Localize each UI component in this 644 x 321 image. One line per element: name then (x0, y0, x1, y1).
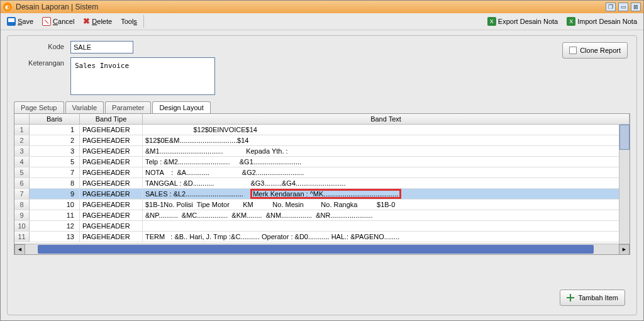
tools-menu[interactable]: Tools (118, 16, 140, 26)
row-header[interactable]: 5 (14, 167, 30, 177)
restore-button[interactable]: ❐ (606, 3, 616, 11)
tab-variable[interactable]: Variable (65, 101, 104, 113)
table-row[interactable]: 22PAGEHEADER$12$0E&M....................… (14, 135, 630, 146)
row-header[interactable]: 9 (14, 210, 30, 220)
plus-icon (567, 294, 574, 301)
tab-parameter[interactable]: Parameter (105, 101, 151, 113)
delete-button[interactable]: ✖Delete (80, 16, 114, 27)
cell-tipe[interactable]: PAGEHEADER (80, 200, 143, 210)
cell-baris[interactable]: 12 (30, 221, 80, 231)
table-row[interactable]: 1113PAGEHEADERTERM : &B.. Hari, J. Tmp :… (14, 232, 630, 242)
row-header[interactable]: 8 (14, 200, 30, 210)
scroll-thumb[interactable] (619, 125, 630, 150)
table-row[interactable]: 45PAGEHEADERTelp : &M2..................… (14, 157, 630, 167)
cell-baris[interactable]: 8 (30, 178, 80, 188)
table-row[interactable]: 57PAGEHEADERNOTA : &A............ &G2...… (14, 167, 630, 178)
cell-tipe[interactable]: PAGEHEADER (80, 146, 143, 156)
table-row[interactable]: 11PAGEHEADER $12$0EINVOICE$14 (14, 125, 630, 135)
titlebar: ◐ Desain Laporan | Sistem ❐ ▭ ⊠ (1, 1, 643, 13)
cell-baris[interactable]: 7 (30, 167, 80, 177)
cell-baris[interactable]: 1 (30, 125, 80, 135)
cell-text[interactable]: &NP.......... &MC................ &KM...… (143, 210, 630, 220)
save-button[interactable]: SSaveave (4, 16, 36, 27)
col-header-tipe[interactable]: Band Tipe (80, 114, 143, 124)
vertical-scrollbar[interactable] (619, 125, 630, 244)
cell-tipe[interactable]: PAGEHEADER (80, 125, 143, 135)
delete-icon: ✖ (83, 17, 90, 26)
cell-tipe[interactable]: PAGEHEADER (80, 167, 143, 177)
cell-tipe[interactable]: PAGEHEADER (80, 232, 143, 242)
import-button[interactable]: Import Desain Nota (564, 16, 640, 27)
table-row[interactable]: 33PAGEHEADER&M1.........................… (14, 146, 630, 157)
excel-import-icon (567, 17, 575, 26)
content-frame: Clone Report Kode Keterangan Page Setup … (7, 35, 637, 315)
cell-baris[interactable]: 9 (30, 189, 80, 199)
row-header[interactable]: 7 (14, 189, 30, 199)
save-icon (7, 17, 16, 26)
cell-baris[interactable]: 10 (30, 200, 80, 210)
cell-text[interactable]: SALES : &L2.............................… (143, 189, 630, 199)
cancel-button[interactable]: Cancel (40, 16, 77, 27)
table-row[interactable]: 1012PAGEHEADER (14, 221, 630, 232)
cell-text[interactable]: TANGGAL : &D........... &G3.........&G4.… (143, 178, 630, 188)
row-header[interactable]: 6 (14, 178, 30, 188)
cell-tipe[interactable]: PAGEHEADER (80, 178, 143, 188)
table-row[interactable]: 810PAGEHEADER$1B-1No. Polisi Tipe Motor … (14, 200, 630, 210)
row-header[interactable]: 3 (14, 146, 30, 156)
row-header[interactable]: 1 (14, 125, 30, 135)
cell-baris[interactable]: 13 (30, 232, 80, 242)
kode-label: Kode (14, 41, 64, 50)
cell-text[interactable]: TERM : &B.. Hari, J. Tmp :&C.......... O… (143, 232, 630, 242)
cell-text[interactable]: &M1................................. Kep… (143, 146, 630, 156)
cell-text[interactable]: $12$0E&M..............................$1… (143, 135, 630, 145)
tab-strip: Page Setup Variable Parameter Design Lay… (14, 101, 630, 113)
table-row[interactable]: 79PAGEHEADERSALES : &L2.................… (14, 189, 630, 200)
col-header-text[interactable]: Band Text (143, 114, 630, 124)
cell-text[interactable]: $1B-1No. Polisi Tipe Motor KM No. Mesin … (143, 200, 630, 210)
design-layout-grid: Baris Band Tipe Band Text 11PAGEHEADER $… (14, 113, 630, 255)
export-button[interactable]: Export Desain Nota (485, 16, 560, 27)
keterangan-input[interactable] (70, 57, 215, 95)
cell-baris[interactable]: 3 (30, 146, 80, 156)
col-header-baris[interactable]: Baris (30, 114, 80, 124)
scroll-left-arrow[interactable]: ◄ (14, 244, 25, 255)
cell-text[interactable]: $12$0EINVOICE$14 (143, 125, 630, 135)
cell-baris[interactable]: 5 (30, 157, 80, 167)
row-header[interactable]: 4 (14, 157, 30, 167)
row-header-corner (14, 114, 30, 124)
cell-text[interactable] (143, 221, 630, 231)
client-area: DESAIN LAPORAN Clone Report Kode Keteran… (1, 30, 643, 320)
kode-input[interactable] (70, 41, 133, 54)
cell-tipe[interactable]: PAGEHEADER (80, 210, 143, 220)
scroll-right-arrow[interactable]: ► (619, 244, 630, 255)
keterangan-label: Keterangan (14, 57, 64, 67)
cell-text[interactable]: NOTA : &A............ &G2...............… (143, 167, 630, 177)
grid-body[interactable]: 11PAGEHEADER $12$0EINVOICE$1422PAGEHEADE… (14, 125, 630, 244)
table-row[interactable]: 911PAGEHEADER&NP.......... &MC..........… (14, 210, 630, 221)
cancel-icon (42, 17, 51, 26)
cell-text[interactable]: Telp : &M2........................... &G… (143, 157, 630, 167)
close-button[interactable]: ⊠ (631, 3, 641, 11)
cell-tipe[interactable]: PAGEHEADER (80, 221, 143, 231)
cell-baris[interactable]: 2 (30, 135, 80, 145)
table-row[interactable]: 68PAGEHEADERTANGGAL : &D........... &G3.… (14, 178, 630, 189)
cell-tipe[interactable]: PAGEHEADER (80, 157, 143, 167)
highlighted-segment: Merk Kendaraan : ^MK....................… (253, 190, 398, 198)
tab-page-setup[interactable]: Page Setup (14, 101, 64, 113)
cell-tipe[interactable]: PAGEHEADER (80, 189, 143, 199)
clone-report-button[interactable]: Clone Report (562, 42, 628, 59)
toolbar: SSaveave Cancel ✖Delete Tools Export Des… (1, 13, 643, 30)
cell-tipe[interactable]: PAGEHEADER (80, 135, 143, 145)
tab-design-layout[interactable]: Design Layout (152, 101, 210, 113)
hscroll-thumb[interactable] (38, 245, 594, 254)
cell-baris[interactable]: 11 (30, 210, 80, 220)
grid-header: Baris Band Tipe Band Text (14, 114, 630, 125)
tambah-item-button[interactable]: Tambah Item (560, 290, 625, 306)
row-header[interactable]: 10 (14, 221, 30, 231)
row-header[interactable]: 11 (14, 232, 30, 242)
report-designer-window: ◐ Desain Laporan | Sistem ❐ ▭ ⊠ SSaveave… (0, 0, 644, 321)
horizontal-scrollbar[interactable]: ◄ ► (14, 244, 630, 254)
row-header[interactable]: 2 (14, 135, 30, 145)
app-icon: ◐ (3, 3, 12, 11)
maximize-button[interactable]: ▭ (618, 3, 628, 11)
